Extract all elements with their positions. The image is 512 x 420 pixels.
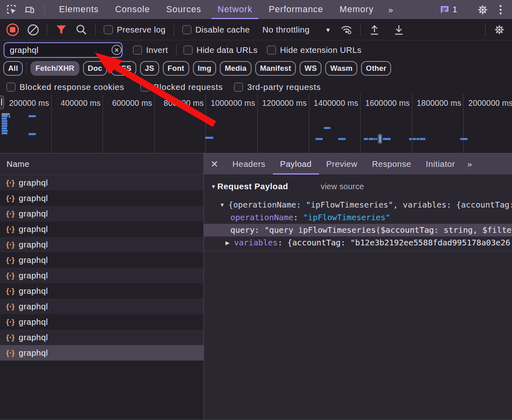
- inspect-element-button[interactable]: [2, 0, 20, 19]
- more-tabs-button[interactable]: »: [382, 0, 400, 19]
- close-icon: ✕: [210, 159, 218, 170]
- request-row[interactable]: {}graphql: [0, 252, 203, 268]
- tab-console[interactable]: Console: [107, 0, 158, 19]
- chip-wasm[interactable]: Wasm: [325, 61, 357, 76]
- record-network-log-button[interactable]: [2, 21, 23, 39]
- tab-elements[interactable]: Elements: [51, 0, 107, 19]
- network-conditions-button[interactable]: [336, 21, 357, 39]
- request-payload-section-header[interactable]: ▼ Request Payload view source: [204, 175, 512, 193]
- blocked-requests-checkbox[interactable]: Blocked requests: [140, 82, 223, 92]
- chip-js[interactable]: JS: [140, 61, 159, 76]
- preserve-log-checkbox[interactable]: Preserve log: [104, 25, 166, 35]
- import-har-button[interactable]: [364, 21, 385, 39]
- details-tab-initiator[interactable]: Initiator: [418, 153, 462, 175]
- hide-data-urls-checkbox[interactable]: Hide data URLs: [184, 45, 258, 55]
- chip-doc[interactable]: Doc: [83, 61, 107, 76]
- requests-panel: Name {}graphql{}graphql{}graphql{}graphq…: [0, 153, 204, 420]
- payload-row-operation-name[interactable]: operationName: "ipFlowTimeseries": [204, 211, 512, 224]
- request-row[interactable]: {}graphql: [0, 345, 203, 361]
- tab-memory[interactable]: Memory: [331, 0, 382, 19]
- name-column-header[interactable]: Name: [0, 153, 203, 175]
- request-row[interactable]: {}graphql: [0, 190, 203, 206]
- upload-arrow-icon: [370, 24, 379, 35]
- network-filter-input[interactable]: graphql ✕: [4, 42, 123, 58]
- close-details-button[interactable]: ✕: [204, 153, 225, 175]
- download-arrow-icon: [394, 24, 404, 35]
- request-row[interactable]: {}graphql: [0, 237, 203, 252]
- chip-media[interactable]: Media: [220, 61, 251, 76]
- chip-all[interactable]: All: [3, 61, 23, 76]
- network-overview-timeline[interactable]: 200000 ms400000 ms600000 ms800000 ms1000…: [0, 94, 512, 153]
- chip-img[interactable]: Img: [193, 61, 217, 76]
- tab-performance[interactable]: Performance: [260, 0, 331, 19]
- tab-network[interactable]: Network: [209, 0, 260, 19]
- disable-cache-checkbox[interactable]: Disable cache: [182, 25, 250, 35]
- chip-separator: [26, 62, 27, 74]
- devtools-menu-button[interactable]: [492, 5, 510, 15]
- third-party-requests-checkbox[interactable]: 3rd-party requests: [234, 82, 321, 92]
- hide-extension-urls-checkbox[interactable]: Hide extension URLs: [267, 45, 361, 55]
- request-row[interactable]: {}graphql: [0, 206, 203, 221]
- details-tab-preview[interactable]: Preview: [319, 153, 365, 175]
- device-toolbar-icon: [24, 5, 35, 15]
- requests-list: {}graphql{}graphql{}graphql{}graphql{}gr…: [0, 175, 203, 361]
- timeline-tick-label: 1400000 ms: [314, 98, 358, 108]
- payload-value: "ipFlowTimeseries": [303, 213, 390, 222]
- payload-root-row[interactable]: ▼ {operationName: "ipFlowTimeseries", va…: [204, 199, 512, 211]
- request-row[interactable]: {}graphql: [0, 330, 203, 345]
- chip-fetch-xhr[interactable]: Fetch/XHR: [31, 61, 79, 76]
- payload-row-query[interactable]: query: "query ipFlowTimeseries($accountT…: [204, 224, 512, 236]
- invert-checkbox[interactable]: Invert: [133, 45, 168, 55]
- chip-font[interactable]: Font: [163, 61, 189, 76]
- export-har-button[interactable]: [389, 21, 409, 39]
- clear-filter-icon[interactable]: ✕: [112, 45, 122, 55]
- details-tab-response[interactable]: Response: [365, 153, 418, 175]
- filter-bar: graphql ✕ Invert Hide data URLs Hide ext…: [0, 40, 512, 59]
- blocked-response-cookies-checkbox[interactable]: Blocked response cookies: [7, 82, 124, 92]
- expand-triangle-icon[interactable]: ▼: [219, 202, 226, 208]
- chip-ws[interactable]: WS: [300, 61, 322, 76]
- request-row[interactable]: {}graphql: [0, 175, 203, 190]
- expand-triangle-icon[interactable]: ▶: [225, 240, 230, 246]
- issues-counter[interactable]: 1: [436, 5, 461, 14]
- details-tab-payload[interactable]: Payload: [273, 153, 319, 175]
- filter-toggle-button[interactable]: [51, 21, 71, 39]
- request-row[interactable]: {}graphql: [0, 268, 203, 283]
- request-row[interactable]: {}graphql: [0, 314, 203, 330]
- view-source-link[interactable]: view source: [321, 182, 364, 191]
- checkbox-box[interactable]: [7, 83, 15, 92]
- chip-other[interactable]: Other: [361, 61, 391, 76]
- details-more-tabs-button[interactable]: »: [462, 153, 477, 175]
- checkbox-box[interactable]: [267, 46, 276, 55]
- checkbox-box[interactable]: [133, 46, 142, 55]
- checkbox-box[interactable]: [234, 83, 243, 92]
- checkbox-box[interactable]: [184, 46, 193, 55]
- chip-css[interactable]: CSS: [111, 61, 136, 76]
- network-settings-button[interactable]: [489, 21, 510, 39]
- throttling-select[interactable]: No throttling ▼: [263, 25, 331, 35]
- search-icon: [76, 24, 87, 35]
- details-tab-headers[interactable]: Headers: [225, 153, 273, 175]
- collapse-triangle-icon[interactable]: ▼: [211, 184, 216, 190]
- json-braces-icon: {}: [6, 333, 15, 342]
- search-network-button[interactable]: [71, 21, 92, 39]
- timeline-left-handle[interactable]: [0, 96, 4, 109]
- json-braces-icon: {}: [6, 256, 15, 265]
- request-row[interactable]: {}graphql: [0, 283, 203, 299]
- timeline-request-mark: [205, 137, 213, 139]
- payload-row-variables[interactable]: ▶ variables: {accountTag: "b12e3b2192ee5…: [204, 236, 512, 249]
- request-payload-title: Request Payload: [217, 182, 288, 191]
- checkbox-box[interactable]: [140, 83, 149, 92]
- checkbox-box[interactable]: [182, 25, 191, 34]
- chip-manifest[interactable]: Manifest: [255, 61, 296, 76]
- payload-value: {accountTag: "b12e3b2192ee5588fdad995178…: [287, 238, 510, 247]
- checkbox-box[interactable]: [104, 25, 113, 34]
- request-row[interactable]: {}graphql: [0, 221, 203, 237]
- toggle-device-toolbar-button[interactable]: [20, 0, 38, 19]
- panel-tabs: Elements Console Sources Network Perform…: [51, 0, 400, 19]
- tab-sources[interactable]: Sources: [158, 0, 210, 19]
- devtools-settings-button[interactable]: [474, 4, 492, 15]
- clear-network-log-button[interactable]: [23, 21, 43, 39]
- json-braces-icon: {}: [6, 302, 15, 311]
- request-row[interactable]: {}graphql: [0, 299, 203, 314]
